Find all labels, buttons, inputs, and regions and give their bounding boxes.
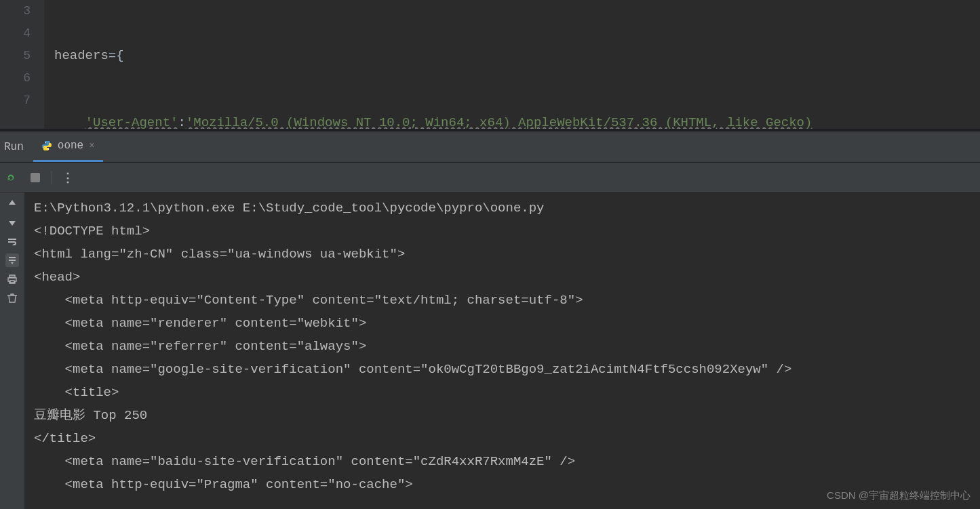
stop-button[interactable] — [27, 169, 43, 186]
line-number-gutter: 3 4 5 6 7 — [0, 0, 44, 129]
console-gutter — [0, 192, 24, 509]
toolbar-divider — [52, 171, 52, 184]
python-icon — [41, 140, 52, 151]
console-line: <html lang="zh-CN" class="ua-windows ua-… — [34, 243, 971, 266]
line-number: 5 — [0, 45, 31, 67]
more-actions-button[interactable]: ⋮ — [60, 169, 77, 186]
colon: : — [178, 115, 185, 129]
soft-wrap-button[interactable] — [5, 235, 19, 248]
print-button[interactable] — [5, 272, 19, 286]
code-content[interactable]: headers={ 'User-Agent':'Mozilla/5.0 (Win… — [44, 0, 980, 129]
run-tab-name: oone — [58, 140, 83, 152]
line-number: 4 — [0, 22, 31, 45]
run-panel-label[interactable]: Run — [0, 141, 33, 153]
stop-icon — [31, 173, 40, 182]
run-toolbar: ⋮ — [0, 163, 980, 192]
code-line[interactable]: 'User-Agent':'Mozilla/5.0 (Windows NT 10… — [54, 112, 980, 129]
operator: ={ — [109, 48, 124, 63]
console-line: <meta http-equiv="Content-Type" content=… — [34, 289, 971, 312]
console-line: <meta name="renderer" content="webkit"> — [34, 312, 971, 335]
console-line: <meta name="google-site-verification" co… — [34, 358, 971, 381]
run-panel-header: Run oone × — [0, 131, 980, 163]
rerun-button[interactable] — [3, 169, 19, 186]
svg-point-0 — [45, 142, 46, 143]
console-line: </title> — [34, 427, 971, 450]
line-number: 7 — [0, 89, 31, 112]
console-line: <!DOCTYPE html> — [34, 220, 971, 243]
svg-point-1 — [47, 148, 49, 150]
console-line: <head> — [34, 266, 971, 289]
console-line: <meta name="baidu-site-verification" con… — [34, 450, 971, 473]
close-icon[interactable]: × — [89, 140, 94, 151]
console-panel: E:\Python3.12.1\python.exe E:\Study_code… — [0, 192, 980, 509]
line-number: 3 — [0, 0, 31, 22]
console-line: E:\Python3.12.1\python.exe E:\Study_code… — [34, 197, 971, 220]
scroll-to-end-button[interactable] — [5, 253, 19, 267]
step-down-button[interactable] — [5, 216, 19, 229]
run-tab[interactable]: oone × — [33, 131, 103, 162]
string-value: 'Mozilla/5.0 (Windows NT 10.0; Win64; x6… — [186, 115, 812, 129]
code-editor[interactable]: 3 4 5 6 7 headers={ 'User-Agent':'Mozill… — [0, 0, 980, 129]
console-line: <title> — [34, 381, 971, 404]
line-number: 6 — [0, 67, 31, 89]
console-line: 豆瓣电影 Top 250 — [34, 404, 971, 427]
step-up-button[interactable] — [5, 197, 19, 210]
delete-button[interactable] — [5, 291, 19, 305]
string-key: 'User-Agent' — [85, 115, 178, 129]
code-line[interactable]: headers={ — [54, 45, 980, 67]
watermark: CSDN @宇宙超粒终端控制中心 — [827, 489, 971, 502]
console-output[interactable]: E:\Python3.12.1\python.exe E:\Study_code… — [24, 192, 980, 509]
console-line: <meta name="referrer" content="always"> — [34, 335, 971, 358]
variable: headers — [54, 48, 109, 63]
